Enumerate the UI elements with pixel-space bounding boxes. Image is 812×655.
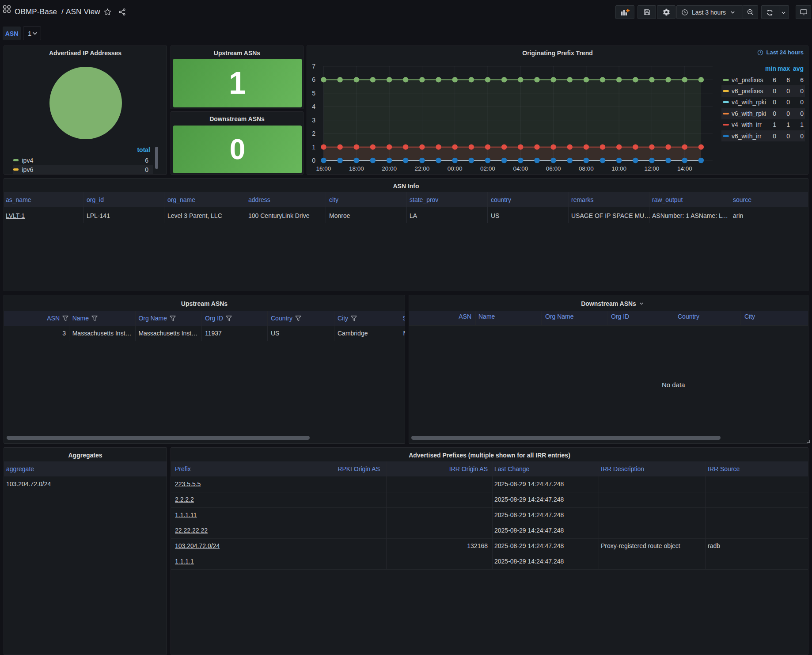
- svg-text:04:00: 04:00: [513, 165, 528, 172]
- svg-text:7: 7: [312, 63, 315, 70]
- svg-text:6: 6: [312, 76, 315, 83]
- svg-text:20:00: 20:00: [382, 165, 397, 172]
- svg-text:14:00: 14:00: [677, 165, 692, 172]
- svg-text:4: 4: [312, 103, 315, 110]
- svg-text:16:00: 16:00: [316, 165, 331, 172]
- svg-text:22:00: 22:00: [415, 165, 430, 172]
- svg-text:08:00: 08:00: [579, 165, 594, 172]
- svg-text:0: 0: [312, 157, 315, 164]
- svg-text:06:00: 06:00: [546, 165, 561, 172]
- svg-text:3: 3: [312, 117, 315, 124]
- svg-text:00:00: 00:00: [448, 165, 463, 172]
- svg-text:10:00: 10:00: [611, 165, 626, 172]
- svg-text:18:00: 18:00: [349, 165, 364, 172]
- svg-text:1: 1: [312, 144, 315, 151]
- svg-text:2: 2: [312, 130, 315, 137]
- svg-text:5: 5: [312, 90, 315, 97]
- svg-text:02:00: 02:00: [480, 165, 495, 172]
- svg-text:12:00: 12:00: [645, 165, 660, 172]
